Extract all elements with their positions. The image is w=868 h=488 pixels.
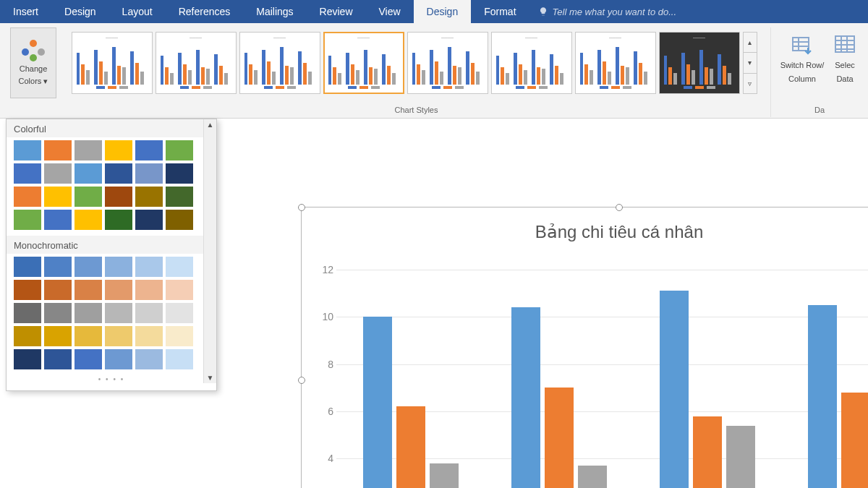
color-swatch[interactable] bbox=[44, 257, 72, 277]
color-swatch[interactable] bbox=[166, 257, 193, 277]
color-swatch[interactable] bbox=[44, 280, 72, 300]
color-swatch[interactable] bbox=[105, 349, 132, 369]
tab-references[interactable]: References bbox=[166, 0, 244, 23]
color-swatch[interactable] bbox=[135, 163, 163, 184]
color-swatch[interactable] bbox=[75, 210, 102, 230]
chart-style-thumb-8[interactable]: ──── bbox=[659, 32, 740, 94]
chart-style-thumb-7[interactable]: ──── bbox=[575, 32, 656, 94]
color-swatch[interactable] bbox=[75, 303, 102, 323]
bar[interactable] bbox=[841, 393, 869, 488]
tab-view[interactable]: View bbox=[366, 0, 414, 23]
color-swatch[interactable] bbox=[166, 140, 193, 160]
scroll-up-icon[interactable]: ▲ bbox=[207, 121, 214, 129]
bar[interactable] bbox=[545, 388, 574, 488]
color-swatch[interactable] bbox=[135, 349, 163, 369]
chart-styles-more-button[interactable]: ▴▾▿ bbox=[743, 32, 757, 94]
color-panel-scrollbar[interactable]: ▲ ▼ bbox=[203, 119, 216, 383]
color-swatch[interactable] bbox=[105, 163, 132, 184]
tab-design[interactable]: Design bbox=[51, 0, 109, 23]
color-swatch[interactable] bbox=[75, 326, 102, 346]
bar[interactable] bbox=[660, 291, 689, 488]
color-swatch[interactable] bbox=[105, 280, 132, 300]
color-swatch[interactable] bbox=[105, 326, 132, 346]
select-data-button[interactable]: Selec Data bbox=[827, 27, 862, 98]
color-swatch[interactable] bbox=[14, 257, 41, 277]
chart-container[interactable]: Bảng chi tiêu cá nhân 4681012 bbox=[301, 207, 868, 488]
color-swatch[interactable] bbox=[105, 210, 132, 230]
color-swatch[interactable] bbox=[135, 210, 163, 230]
color-swatch[interactable] bbox=[44, 187, 72, 207]
resize-handle-top[interactable] bbox=[616, 204, 623, 211]
chart-style-thumb-1[interactable]: ──── bbox=[72, 32, 153, 94]
bar[interactable] bbox=[693, 416, 722, 488]
color-swatch[interactable] bbox=[105, 303, 132, 323]
color-swatch[interactable] bbox=[105, 257, 132, 277]
bar[interactable] bbox=[363, 317, 392, 488]
bar[interactable] bbox=[511, 307, 540, 488]
color-swatch[interactable] bbox=[135, 140, 163, 160]
switch-row-column-button[interactable]: Switch Row/ Column bbox=[777, 27, 827, 98]
color-swatch[interactable] bbox=[44, 326, 72, 346]
color-swatch[interactable] bbox=[166, 303, 193, 323]
color-swatch[interactable] bbox=[14, 163, 41, 184]
color-swatch[interactable] bbox=[75, 349, 102, 369]
color-swatch[interactable] bbox=[14, 349, 41, 369]
color-swatch[interactable] bbox=[166, 326, 193, 346]
color-swatch[interactable] bbox=[135, 187, 163, 207]
bar-cluster bbox=[485, 270, 633, 488]
change-colors-button[interactable]: Change Colors ▾ bbox=[10, 27, 56, 98]
color-swatch[interactable] bbox=[44, 349, 72, 369]
color-swatch[interactable] bbox=[44, 163, 72, 184]
color-swatch[interactable] bbox=[14, 187, 41, 207]
color-swatch[interactable] bbox=[44, 303, 72, 323]
color-swatch[interactable] bbox=[44, 210, 72, 230]
chart-style-thumb-3[interactable]: ──── bbox=[239, 32, 320, 94]
bar[interactable] bbox=[396, 406, 425, 488]
color-swatch[interactable] bbox=[75, 280, 102, 300]
color-swatch[interactable] bbox=[14, 140, 41, 160]
color-swatch[interactable] bbox=[105, 140, 132, 160]
tab-insert[interactable]: Insert bbox=[0, 0, 51, 23]
tab-review[interactable]: Review bbox=[307, 0, 366, 23]
bar[interactable] bbox=[578, 466, 607, 488]
chart-style-thumb-5[interactable]: ──── bbox=[407, 32, 488, 94]
chart-style-thumb-6[interactable]: ──── bbox=[491, 32, 572, 94]
color-swatch[interactable] bbox=[135, 326, 163, 346]
tab-chart-design[interactable]: Design bbox=[414, 0, 472, 23]
tab-chart-format[interactable]: Format bbox=[471, 0, 529, 23]
color-swatch[interactable] bbox=[75, 257, 102, 277]
scroll-down-icon[interactable]: ▼ bbox=[207, 374, 214, 382]
color-swatch[interactable] bbox=[135, 257, 163, 277]
chart-style-thumb-2[interactable]: ──── bbox=[156, 32, 237, 94]
color-swatch[interactable] bbox=[75, 187, 102, 207]
color-swatch[interactable] bbox=[135, 280, 163, 300]
colorful-swatch-grid bbox=[7, 137, 216, 236]
color-swatch[interactable] bbox=[44, 140, 72, 160]
tab-layout[interactable]: Layout bbox=[109, 0, 166, 23]
bar[interactable] bbox=[430, 463, 459, 488]
color-swatch[interactable] bbox=[105, 187, 132, 207]
chart-style-thumb-4[interactable]: ──── bbox=[323, 32, 404, 94]
change-colors-label-1: Change bbox=[20, 64, 48, 74]
bar[interactable] bbox=[726, 426, 755, 488]
color-swatch[interactable] bbox=[14, 210, 41, 230]
bar[interactable] bbox=[808, 305, 837, 488]
color-swatch[interactable] bbox=[14, 326, 41, 346]
chart-title[interactable]: Bảng chi tiêu cá nhân bbox=[302, 222, 868, 242]
color-swatch[interactable] bbox=[166, 210, 193, 230]
color-swatch[interactable] bbox=[166, 187, 193, 207]
color-swatch[interactable] bbox=[14, 280, 41, 300]
tell-me-search[interactable]: Tell me what you want to do... bbox=[529, 0, 868, 23]
color-swatch[interactable] bbox=[166, 349, 193, 369]
color-swatch[interactable] bbox=[135, 303, 163, 323]
color-swatch[interactable] bbox=[166, 163, 193, 184]
resize-handle-top-left[interactable] bbox=[298, 204, 305, 211]
tab-mailings[interactable]: Mailings bbox=[243, 0, 306, 23]
color-swatch[interactable] bbox=[75, 163, 102, 184]
color-swatch[interactable] bbox=[14, 303, 41, 323]
resize-handle-left[interactable] bbox=[298, 377, 305, 384]
color-swatch[interactable] bbox=[75, 140, 102, 160]
switch-row-label-1: Switch Row/ bbox=[780, 61, 825, 70]
color-swatch[interactable] bbox=[166, 280, 193, 300]
bar-cluster bbox=[336, 270, 485, 488]
